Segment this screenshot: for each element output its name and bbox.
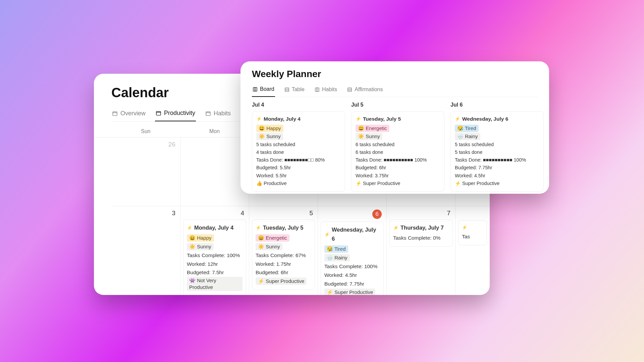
card-line: Tasks Complete: 100% xyxy=(187,251,243,260)
card-line: Worked: 3.75hr xyxy=(356,172,440,180)
tab-table[interactable]: Table xyxy=(284,84,305,97)
board-icon xyxy=(315,87,320,92)
calendar-cell[interactable] xyxy=(180,137,249,206)
date-label: 6 xyxy=(321,209,384,219)
calendar-cell[interactable]: 26 xyxy=(111,137,180,206)
date-label: 7 xyxy=(389,209,452,217)
tab-overview[interactable]: Overview xyxy=(111,107,146,121)
tab-affirmations[interactable]: Affirmations xyxy=(346,84,383,97)
board-icon xyxy=(253,87,258,92)
productivity-emoji: 👍 xyxy=(256,181,262,186)
mood-chip: 😄 Energetic xyxy=(256,234,289,242)
planner-tabs: Board Table Habits Affirmations xyxy=(252,84,538,97)
dow-mon: Mon xyxy=(180,126,249,137)
tab-habits[interactable]: Habits xyxy=(205,107,231,121)
svg-rect-4 xyxy=(285,87,289,91)
column-heading: Jul 5 xyxy=(351,102,444,108)
bolt-icon: ⚡ xyxy=(393,224,398,231)
card-line: Worked: 5.5hr xyxy=(256,172,341,180)
bolt-icon: ⚡ xyxy=(356,116,361,123)
svg-rect-3 xyxy=(253,87,257,91)
planner-card[interactable]: ⚡Wednesday, July 6 😪 Tired 🌧️ Rainy 5 ta… xyxy=(450,111,544,192)
mood-chip: 😄 Energetic xyxy=(356,125,389,132)
tab-productivity[interactable]: Productivity xyxy=(155,107,196,121)
date-label: 3 xyxy=(114,209,177,217)
calendar-cell[interactable]: 4 ⚡Monday, July 4 😄 Happy ☀️ Sunny Tasks… xyxy=(180,206,249,295)
productivity-emoji: ⚡ xyxy=(455,181,461,186)
tab-board[interactable]: Board xyxy=(252,84,275,97)
weather-chip: ☀️ Sunny xyxy=(256,243,282,250)
table-icon xyxy=(347,87,352,92)
bolt-icon: ⚡ xyxy=(455,116,460,123)
tab-label: Habits xyxy=(322,86,337,93)
card-line: 6 tasks done xyxy=(356,148,440,156)
tab-label: Overview xyxy=(120,110,146,117)
calendar-cell[interactable]: 5 ⚡Tuesday, July 5 😄 Energetic ☀️ Sunny … xyxy=(249,206,318,295)
card-title: Tuesday, July 5 xyxy=(363,115,401,123)
weather-chip: 🌧️ Rainy xyxy=(324,254,350,261)
productivity-chip: ⚡ Super Productive xyxy=(256,278,307,285)
svg-rect-1 xyxy=(156,112,161,115)
mood-chip: 😄 Happy xyxy=(187,234,214,242)
column-heading: Jul 4 xyxy=(252,102,345,108)
tab-label: Board xyxy=(260,86,274,92)
tab-label: Table xyxy=(292,86,305,93)
card-line: 4 tasks done xyxy=(256,148,341,156)
card-title: Tuesday, July 5 xyxy=(263,223,303,232)
calendar-card[interactable]: ⚡Tuesday, July 5 😄 Energetic ☀️ Sunny Ta… xyxy=(252,220,315,290)
today-indicator: 6 xyxy=(372,209,382,219)
productivity-label: Super Productive xyxy=(462,181,499,186)
productivity-label: Super Productive xyxy=(363,181,400,186)
tab-label: Habits xyxy=(214,110,231,117)
calendar-cell[interactable]: 3 xyxy=(111,206,180,295)
card-line: Tasks Done: ■■■■■■■■■■ 100% xyxy=(455,156,539,164)
calendar-card[interactable]: ⚡Thursday, July 7 Tasks Complete: 0% xyxy=(389,220,452,247)
column-heading: Jul 6 xyxy=(450,102,544,108)
svg-rect-0 xyxy=(113,112,117,116)
card-line: Worked: 12hr xyxy=(187,260,243,268)
table-icon xyxy=(284,87,289,92)
card-line: Worked: 1.75hr xyxy=(256,260,311,268)
planner-title: Weekly Planner xyxy=(252,69,538,79)
card-line: Tasks Complete: 67% xyxy=(256,251,311,260)
calendar-card[interactable]: ⚡Wednesday, July 6 😪 Tired 🌧️ Rainy Task… xyxy=(321,222,384,295)
tab-habits[interactable]: Habits xyxy=(314,84,338,97)
date-label: 4 xyxy=(183,209,246,217)
card-line: Budgeted: 5.5hr xyxy=(256,164,341,172)
card-line: Worked: 4.5hr xyxy=(455,172,539,180)
calendar-cell[interactable]: ⚡ Tas xyxy=(455,206,490,295)
weather-chip: ☀️ Sunny xyxy=(187,243,214,250)
calendar-cell[interactable]: 7 ⚡Thursday, July 7 Tasks Complete: 0% xyxy=(386,206,455,295)
productivity-chip: 👾 Not Very Productive xyxy=(187,277,243,291)
card-line: Worked: 4.5hr xyxy=(324,271,380,280)
card-line: Tasks Done: ■■■■■■■■■■ 100% xyxy=(356,156,440,164)
calendar-card[interactable]: ⚡ Tas xyxy=(458,220,487,245)
bolt-icon: ⚡ xyxy=(256,116,262,123)
planner-column: Jul 4 ⚡Monday, July 4 😄 Happy ☀️ Sunny 5… xyxy=(252,102,345,194)
bolt-icon: ⚡ xyxy=(187,224,192,231)
card-line: Budgeted: 6hr xyxy=(256,268,311,277)
mood-chip: 😄 Happy xyxy=(256,125,283,132)
card-line: Budgeted: 6hr xyxy=(356,164,440,172)
date-label: 5 xyxy=(252,209,315,217)
card-line: Tasks Complete: 100% xyxy=(324,262,380,271)
planner-card[interactable]: ⚡Monday, July 4 😄 Happy ☀️ Sunny 5 tasks… xyxy=(252,111,345,192)
card-line: 5 tasks scheduled xyxy=(256,141,341,148)
bolt-icon: ⚡ xyxy=(324,231,330,238)
card-line: 6 tasks scheduled xyxy=(356,141,440,148)
productivity-emoji: ⚡ xyxy=(356,181,362,186)
planner-card[interactable]: ⚡Tuesday, July 5 😄 Energetic ☀️ Sunny 6 … xyxy=(351,111,444,192)
card-line: Budgeted: 7.75hr xyxy=(324,280,380,288)
calendar-icon xyxy=(112,111,118,116)
calendar-cell[interactable]: 6 ⚡Wednesday, July 6 😪 Tired 🌧️ Rainy Ta… xyxy=(318,206,386,295)
tab-label: Affirmations xyxy=(355,86,383,93)
card-line: 5 tasks done xyxy=(455,148,539,156)
svg-rect-6 xyxy=(348,87,352,91)
planner-column: Jul 5 ⚡Tuesday, July 5 😄 Energetic ☀️ Su… xyxy=(351,102,444,194)
card-line: Tasks Complete: 0% xyxy=(393,234,449,242)
card-title: Wednesday, July 6 xyxy=(332,225,380,243)
calendar-card[interactable]: ⚡Monday, July 4 😄 Happy ☀️ Sunny Tasks C… xyxy=(183,220,246,295)
weather-chip: 🌧️ Rainy xyxy=(455,133,480,140)
card-line: Budgeted: 7.5hr xyxy=(187,268,243,277)
mood-chip: 😪 Tired xyxy=(455,125,479,132)
